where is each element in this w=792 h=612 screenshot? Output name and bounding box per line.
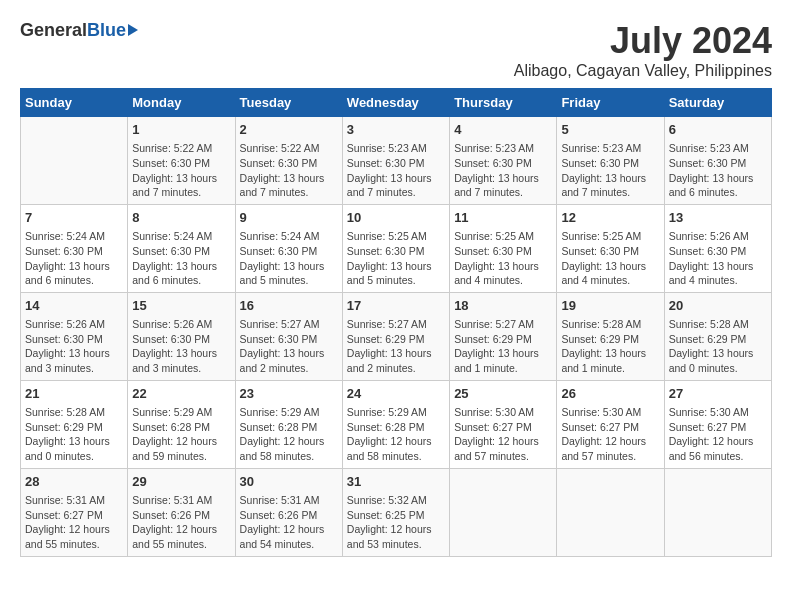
day-info: Sunrise: 5:27 AMSunset: 6:30 PMDaylight:… bbox=[240, 317, 338, 376]
header-cell-wednesday: Wednesday bbox=[342, 89, 449, 117]
day-info: Sunrise: 5:23 AMSunset: 6:30 PMDaylight:… bbox=[561, 141, 659, 200]
day-number: 27 bbox=[669, 385, 767, 403]
day-number: 15 bbox=[132, 297, 230, 315]
calendar-cell: 11Sunrise: 5:25 AMSunset: 6:30 PMDayligh… bbox=[450, 204, 557, 292]
calendar-cell bbox=[557, 468, 664, 556]
day-info: Sunrise: 5:24 AMSunset: 6:30 PMDaylight:… bbox=[25, 229, 123, 288]
week-row-5: 28Sunrise: 5:31 AMSunset: 6:27 PMDayligh… bbox=[21, 468, 772, 556]
calendar-cell: 12Sunrise: 5:25 AMSunset: 6:30 PMDayligh… bbox=[557, 204, 664, 292]
day-info: Sunrise: 5:22 AMSunset: 6:30 PMDaylight:… bbox=[240, 141, 338, 200]
calendar-table: SundayMondayTuesdayWednesdayThursdayFrid… bbox=[20, 88, 772, 557]
logo-general: General bbox=[20, 20, 87, 41]
calendar-cell bbox=[664, 468, 771, 556]
subtitle: Alibago, Cagayan Valley, Philippines bbox=[514, 62, 772, 80]
header-cell-sunday: Sunday bbox=[21, 89, 128, 117]
calendar-cell: 7Sunrise: 5:24 AMSunset: 6:30 PMDaylight… bbox=[21, 204, 128, 292]
day-number: 16 bbox=[240, 297, 338, 315]
day-number: 21 bbox=[25, 385, 123, 403]
day-number: 17 bbox=[347, 297, 445, 315]
day-info: Sunrise: 5:24 AMSunset: 6:30 PMDaylight:… bbox=[240, 229, 338, 288]
calendar-cell: 25Sunrise: 5:30 AMSunset: 6:27 PMDayligh… bbox=[450, 380, 557, 468]
day-number: 18 bbox=[454, 297, 552, 315]
day-number: 12 bbox=[561, 209, 659, 227]
calendar-cell: 22Sunrise: 5:29 AMSunset: 6:28 PMDayligh… bbox=[128, 380, 235, 468]
day-info: Sunrise: 5:26 AMSunset: 6:30 PMDaylight:… bbox=[669, 229, 767, 288]
day-number: 7 bbox=[25, 209, 123, 227]
logo-arrow-icon bbox=[128, 24, 138, 36]
day-info: Sunrise: 5:31 AMSunset: 6:27 PMDaylight:… bbox=[25, 493, 123, 552]
day-number: 9 bbox=[240, 209, 338, 227]
calendar-cell: 31Sunrise: 5:32 AMSunset: 6:25 PMDayligh… bbox=[342, 468, 449, 556]
day-info: Sunrise: 5:25 AMSunset: 6:30 PMDaylight:… bbox=[454, 229, 552, 288]
calendar-header: SundayMondayTuesdayWednesdayThursdayFrid… bbox=[21, 89, 772, 117]
calendar-cell: 24Sunrise: 5:29 AMSunset: 6:28 PMDayligh… bbox=[342, 380, 449, 468]
calendar-cell: 27Sunrise: 5:30 AMSunset: 6:27 PMDayligh… bbox=[664, 380, 771, 468]
day-number: 30 bbox=[240, 473, 338, 491]
week-row-3: 14Sunrise: 5:26 AMSunset: 6:30 PMDayligh… bbox=[21, 292, 772, 380]
calendar-cell: 29Sunrise: 5:31 AMSunset: 6:26 PMDayligh… bbox=[128, 468, 235, 556]
day-number: 25 bbox=[454, 385, 552, 403]
day-number: 28 bbox=[25, 473, 123, 491]
day-info: Sunrise: 5:23 AMSunset: 6:30 PMDaylight:… bbox=[454, 141, 552, 200]
week-row-1: 1Sunrise: 5:22 AMSunset: 6:30 PMDaylight… bbox=[21, 117, 772, 205]
day-info: Sunrise: 5:31 AMSunset: 6:26 PMDaylight:… bbox=[132, 493, 230, 552]
day-number: 14 bbox=[25, 297, 123, 315]
day-info: Sunrise: 5:23 AMSunset: 6:30 PMDaylight:… bbox=[347, 141, 445, 200]
page-header: General Blue July 2024 Alibago, Cagayan … bbox=[20, 20, 772, 80]
header-cell-friday: Friday bbox=[557, 89, 664, 117]
day-number: 13 bbox=[669, 209, 767, 227]
calendar-cell: 5Sunrise: 5:23 AMSunset: 6:30 PMDaylight… bbox=[557, 117, 664, 205]
calendar-cell: 3Sunrise: 5:23 AMSunset: 6:30 PMDaylight… bbox=[342, 117, 449, 205]
day-number: 24 bbox=[347, 385, 445, 403]
day-info: Sunrise: 5:28 AMSunset: 6:29 PMDaylight:… bbox=[561, 317, 659, 376]
day-number: 22 bbox=[132, 385, 230, 403]
logo: General Blue bbox=[20, 20, 138, 41]
day-number: 20 bbox=[669, 297, 767, 315]
day-info: Sunrise: 5:25 AMSunset: 6:30 PMDaylight:… bbox=[561, 229, 659, 288]
calendar-cell: 2Sunrise: 5:22 AMSunset: 6:30 PMDaylight… bbox=[235, 117, 342, 205]
day-number: 31 bbox=[347, 473, 445, 491]
day-number: 2 bbox=[240, 121, 338, 139]
day-info: Sunrise: 5:23 AMSunset: 6:30 PMDaylight:… bbox=[669, 141, 767, 200]
header-cell-tuesday: Tuesday bbox=[235, 89, 342, 117]
calendar-cell: 1Sunrise: 5:22 AMSunset: 6:30 PMDaylight… bbox=[128, 117, 235, 205]
main-title: July 2024 bbox=[514, 20, 772, 62]
day-info: Sunrise: 5:31 AMSunset: 6:26 PMDaylight:… bbox=[240, 493, 338, 552]
calendar-cell: 6Sunrise: 5:23 AMSunset: 6:30 PMDaylight… bbox=[664, 117, 771, 205]
calendar-cell: 23Sunrise: 5:29 AMSunset: 6:28 PMDayligh… bbox=[235, 380, 342, 468]
day-number: 10 bbox=[347, 209, 445, 227]
day-info: Sunrise: 5:30 AMSunset: 6:27 PMDaylight:… bbox=[561, 405, 659, 464]
week-row-2: 7Sunrise: 5:24 AMSunset: 6:30 PMDaylight… bbox=[21, 204, 772, 292]
calendar-cell: 18Sunrise: 5:27 AMSunset: 6:29 PMDayligh… bbox=[450, 292, 557, 380]
day-info: Sunrise: 5:32 AMSunset: 6:25 PMDaylight:… bbox=[347, 493, 445, 552]
calendar-cell: 15Sunrise: 5:26 AMSunset: 6:30 PMDayligh… bbox=[128, 292, 235, 380]
calendar-cell: 9Sunrise: 5:24 AMSunset: 6:30 PMDaylight… bbox=[235, 204, 342, 292]
day-number: 5 bbox=[561, 121, 659, 139]
calendar-cell: 16Sunrise: 5:27 AMSunset: 6:30 PMDayligh… bbox=[235, 292, 342, 380]
calendar-cell: 21Sunrise: 5:28 AMSunset: 6:29 PMDayligh… bbox=[21, 380, 128, 468]
calendar-body: 1Sunrise: 5:22 AMSunset: 6:30 PMDaylight… bbox=[21, 117, 772, 557]
calendar-cell: 20Sunrise: 5:28 AMSunset: 6:29 PMDayligh… bbox=[664, 292, 771, 380]
calendar-cell: 4Sunrise: 5:23 AMSunset: 6:30 PMDaylight… bbox=[450, 117, 557, 205]
day-info: Sunrise: 5:22 AMSunset: 6:30 PMDaylight:… bbox=[132, 141, 230, 200]
header-row: SundayMondayTuesdayWednesdayThursdayFrid… bbox=[21, 89, 772, 117]
day-number: 3 bbox=[347, 121, 445, 139]
day-number: 11 bbox=[454, 209, 552, 227]
header-cell-saturday: Saturday bbox=[664, 89, 771, 117]
day-info: Sunrise: 5:25 AMSunset: 6:30 PMDaylight:… bbox=[347, 229, 445, 288]
calendar-cell bbox=[21, 117, 128, 205]
logo-blue: Blue bbox=[87, 20, 126, 41]
calendar-cell: 17Sunrise: 5:27 AMSunset: 6:29 PMDayligh… bbox=[342, 292, 449, 380]
day-info: Sunrise: 5:26 AMSunset: 6:30 PMDaylight:… bbox=[132, 317, 230, 376]
day-number: 26 bbox=[561, 385, 659, 403]
day-info: Sunrise: 5:29 AMSunset: 6:28 PMDaylight:… bbox=[132, 405, 230, 464]
day-info: Sunrise: 5:27 AMSunset: 6:29 PMDaylight:… bbox=[454, 317, 552, 376]
day-info: Sunrise: 5:30 AMSunset: 6:27 PMDaylight:… bbox=[669, 405, 767, 464]
calendar-cell: 19Sunrise: 5:28 AMSunset: 6:29 PMDayligh… bbox=[557, 292, 664, 380]
day-number: 19 bbox=[561, 297, 659, 315]
day-number: 4 bbox=[454, 121, 552, 139]
day-number: 23 bbox=[240, 385, 338, 403]
calendar-cell: 28Sunrise: 5:31 AMSunset: 6:27 PMDayligh… bbox=[21, 468, 128, 556]
day-info: Sunrise: 5:30 AMSunset: 6:27 PMDaylight:… bbox=[454, 405, 552, 464]
day-info: Sunrise: 5:26 AMSunset: 6:30 PMDaylight:… bbox=[25, 317, 123, 376]
